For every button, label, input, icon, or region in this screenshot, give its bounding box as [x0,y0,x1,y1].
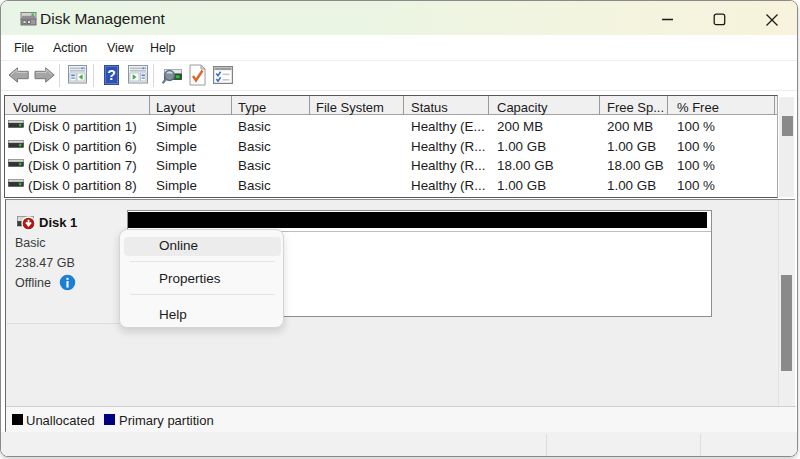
svg-text:?: ? [107,67,116,83]
